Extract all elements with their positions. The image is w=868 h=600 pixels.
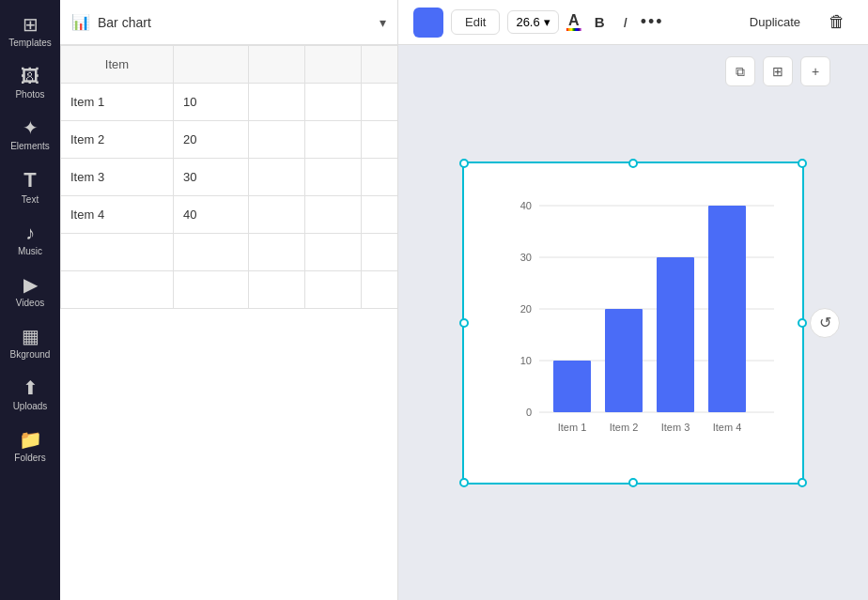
add-action-button[interactable]: + [800,56,830,86]
italic-button[interactable]: I [618,10,633,34]
sidebar-item-videos[interactable]: ▶ Videos [3,268,57,315]
handle-middle-right[interactable] [798,318,807,328]
handle-bottom-center[interactable] [628,478,638,487]
col-header-5 [362,46,398,84]
svg-rect-11 [605,309,643,412]
duplicate-action-button[interactable]: ⊞ [763,56,793,86]
cell-r4-c2[interactable] [249,234,305,271]
font-color-button[interactable]: A [566,13,581,31]
bold-button[interactable]: B [589,10,611,34]
cell-r2-c0[interactable]: Item 3 [61,159,174,196]
toolbar: Edit 26.6 ▾ A B I ••• Duplicate 🗑 [398,0,868,45]
table-row [61,234,398,271]
svg-rect-13 [708,206,746,412]
rotate-handle[interactable]: ↺ [810,308,840,338]
sidebar-item-background[interactable]: ▦ Bkground [3,319,57,367]
handle-middle-left[interactable] [459,318,469,328]
cell-r1-c4[interactable] [362,121,398,159]
cell-r1-c1[interactable]: 20 [174,121,249,159]
spreadsheet: Item Item 110Item 220Item 330Item 440 [60,45,397,600]
cell-r0-c2[interactable] [249,84,305,121]
chevron-down-icon[interactable]: ▾ [380,15,386,30]
font-size-selector[interactable]: 26.6 ▾ [507,10,558,34]
cell-r0-c1[interactable]: 10 [174,84,249,121]
panel-header: 📊 Bar chart ▾ [60,0,397,45]
svg-text:Item 4: Item 4 [713,422,742,433]
cell-r5-c4[interactable] [362,271,398,309]
cell-r4-c0[interactable] [61,234,174,271]
cell-r0-c4[interactable] [362,84,398,121]
table-row: Item 440 [61,196,398,234]
svg-rect-10 [553,361,591,412]
cell-r2-c3[interactable] [305,159,362,196]
cell-r5-c2[interactable] [249,271,305,309]
cell-r1-c3[interactable] [305,121,362,159]
elements-icon: ✦ [23,118,39,137]
cell-r2-c4[interactable] [362,159,398,196]
sidebar-item-uploads[interactable]: ⬆ Uploads [3,371,57,419]
more-options-button[interactable]: ••• [641,12,664,32]
panel-title: Bar chart [98,15,372,30]
col-header-item: Item [61,46,174,84]
svg-text:Item 3: Item 3 [661,422,690,433]
cell-r4-c1[interactable] [174,234,249,271]
cell-r3-c0[interactable]: Item 4 [61,196,174,234]
handle-top-center[interactable] [628,159,638,168]
sidebar-label-videos: Videos [16,298,44,308]
cell-r4-c3[interactable] [305,234,362,271]
cell-r1-c0[interactable]: Item 2 [61,121,174,159]
sidebar-item-elements[interactable]: ✦ Elements [3,111,57,159]
duplicate-button[interactable]: Duplicate [736,10,814,34]
table-row: Item 330 [61,159,398,196]
sidebar-label-elements: Elements [10,141,50,151]
col-header-4 [305,46,362,84]
font-size-chevron: ▾ [544,15,550,29]
sidebar-item-photos[interactable]: 🖼 Photos [3,59,57,107]
cell-r5-c3[interactable] [305,271,362,309]
sidebar-item-text[interactable]: T Text [3,162,57,212]
svg-text:40: 40 [520,200,532,211]
color-button[interactable] [413,8,443,38]
videos-icon: ▶ [23,275,38,294]
col-header-2 [174,46,249,84]
handle-bottom-right[interactable] [798,478,807,487]
cell-r2-c2[interactable] [249,159,305,196]
handle-bottom-left[interactable] [459,478,469,487]
bar-chart-svg: 0 10 20 30 40 Item 1 Item 2 Item 3 Item … [502,182,783,473]
cell-r0-c3[interactable] [305,84,362,121]
cell-r5-c1[interactable] [174,271,249,309]
sidebar-item-folders[interactable]: 📁 Folders [3,423,57,470]
text-icon: T [23,170,36,191]
cell-r4-c4[interactable] [362,234,398,271]
cell-r3-c1[interactable]: 40 [174,196,249,234]
table-row: Item 220 [61,121,398,159]
sidebar-item-music[interactable]: ♪ Music [3,216,57,264]
svg-text:30: 30 [520,252,532,263]
cell-r0-c0[interactable]: Item 1 [61,84,174,121]
sidebar-label-photos: Photos [15,89,44,100]
cell-r3-c4[interactable] [362,196,398,234]
sidebar-item-templates[interactable]: ⊞ Templates [3,8,57,55]
copy-action-button[interactable]: ⧉ [725,56,755,86]
sidebar: ⊞ Templates 🖼 Photos ✦ Elements T Text ♪… [0,0,60,600]
edit-button[interactable]: Edit [451,9,500,35]
cell-r3-c2[interactable] [249,196,305,234]
sidebar-label-music: Music [18,246,42,256]
left-panel: 📊 Bar chart ▾ Item Item 110Item 220Item … [60,0,398,600]
svg-text:Item 1: Item 1 [558,422,587,433]
photos-icon: 🖼 [21,67,39,85]
handle-top-left[interactable] [459,159,469,168]
handle-top-right[interactable] [798,159,807,168]
delete-button[interactable]: 🗑 [821,8,853,37]
cell-r3-c3[interactable] [305,196,362,234]
font-size-value: 26.6 [516,15,539,29]
cell-r1-c2[interactable] [249,121,305,159]
cell-r5-c0[interactable] [61,271,174,309]
chart-container[interactable]: 0 10 20 30 40 Item 1 Item 2 Item 3 Item … [464,163,802,483]
table-row: Item 110 [61,84,398,121]
canvas-area: ⧉ ⊞ + 0 10 [398,45,868,600]
music-icon: ♪ [25,223,35,242]
svg-text:10: 10 [520,355,532,366]
sidebar-label-uploads: Uploads [13,401,48,411]
cell-r2-c1[interactable]: 30 [174,159,249,196]
